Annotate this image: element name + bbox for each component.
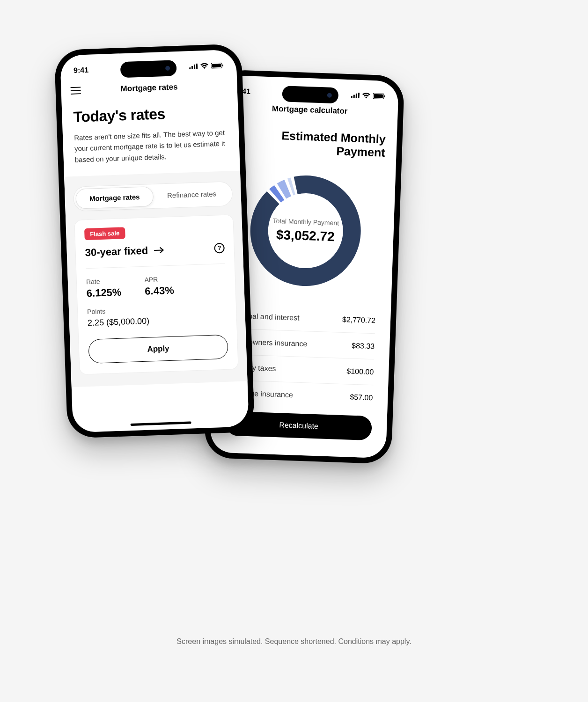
section-heading: Estimated Monthly Payment <box>231 121 386 168</box>
svg-rect-12 <box>212 64 221 68</box>
breakdown-value: $83.33 <box>352 342 375 351</box>
menu-icon[interactable] <box>70 87 81 95</box>
svg-rect-0 <box>351 96 353 98</box>
help-icon[interactable]: ? <box>214 243 225 254</box>
product-link[interactable]: 30-year fixed <box>85 244 164 259</box>
page-title: Mortgage calculator <box>272 104 348 116</box>
flash-sale-badge: Flash sale <box>84 227 125 240</box>
tab-refinance-rates[interactable]: Refinance rates <box>153 183 230 206</box>
section-heading: Today's rates <box>73 103 227 125</box>
svg-rect-10 <box>196 64 198 69</box>
device-notch <box>282 86 338 103</box>
svg-rect-3 <box>358 93 360 98</box>
wifi-icon <box>200 63 208 69</box>
breakdown-value: $2,770.72 <box>342 315 376 325</box>
svg-line-17 <box>154 250 162 250</box>
page-title: Mortgage rates <box>120 82 177 94</box>
tab-mortgage-rates[interactable]: Mortgage rates <box>75 186 154 209</box>
svg-rect-1 <box>353 95 355 98</box>
points-value: 2.25 ($5,000.00) <box>88 312 228 328</box>
cellular-icon <box>189 64 198 70</box>
rate-value: 6.125% <box>86 286 121 300</box>
product-name-label: 30-year fixed <box>85 244 148 259</box>
svg-rect-7 <box>189 67 191 69</box>
device-notch <box>120 60 177 78</box>
disclaimer-text: Screen images simulated. Sequence shorte… <box>0 637 588 646</box>
battery-icon <box>373 93 385 99</box>
section-description: Rates aren't one size fits all. The best… <box>74 127 228 165</box>
donut-center-value: $3,052.72 <box>276 227 335 244</box>
svg-rect-5 <box>374 94 383 98</box>
arrow-right-icon <box>154 247 164 254</box>
wifi-icon <box>362 93 370 99</box>
rate-type-tabs: Mortgage rates Refinance rates <box>73 181 233 212</box>
apply-button[interactable]: Apply <box>88 334 228 363</box>
svg-rect-13 <box>222 65 223 66</box>
breakdown-value: $57.00 <box>350 393 373 402</box>
status-time: 9:41 <box>74 66 89 75</box>
home-indicator <box>131 421 191 426</box>
svg-rect-9 <box>194 65 195 69</box>
breakdown-value: $100.00 <box>346 367 374 376</box>
rate-card: Flash sale 30-year fixed ? Rate 6.125% <box>74 214 238 375</box>
payment-donut-chart: Total Monthly Payment $3,052.72 <box>243 168 368 294</box>
svg-line-14 <box>70 87 81 88</box>
rate-label: Rate <box>86 277 121 285</box>
svg-line-16 <box>71 94 81 94</box>
apr-label: APR <box>144 275 174 283</box>
donut-center-label: Total Monthly Payment <box>272 217 339 227</box>
phone-mockup-rates: 9:41 Mortgage rates Today's rates Rates … <box>54 44 255 438</box>
apr-value: 6.43% <box>145 284 174 297</box>
svg-rect-8 <box>191 66 193 69</box>
svg-rect-2 <box>356 94 357 98</box>
cellular-icon <box>351 92 360 98</box>
svg-rect-6 <box>384 95 385 97</box>
svg-line-15 <box>71 90 81 91</box>
battery-icon <box>211 63 223 69</box>
